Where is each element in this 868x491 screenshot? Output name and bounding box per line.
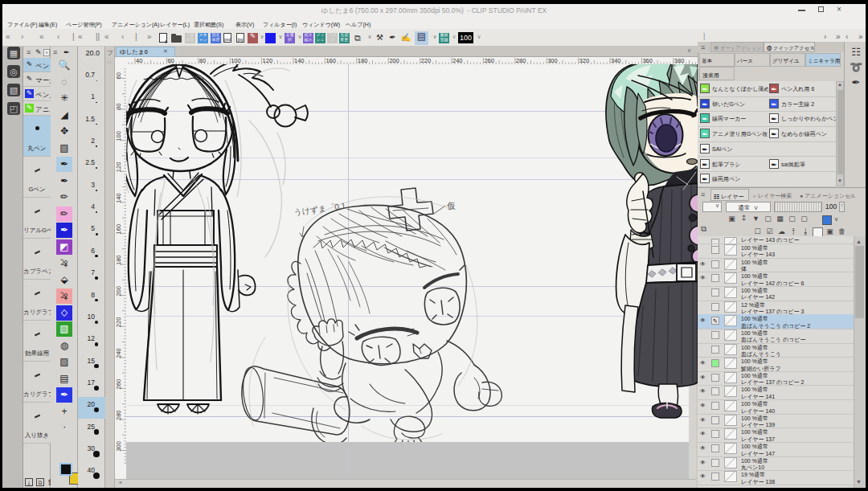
svg-text:うけずま゜0.1: うけずま゜0.1 [293, 201, 347, 218]
svg-text:仮: 仮 [447, 201, 456, 211]
